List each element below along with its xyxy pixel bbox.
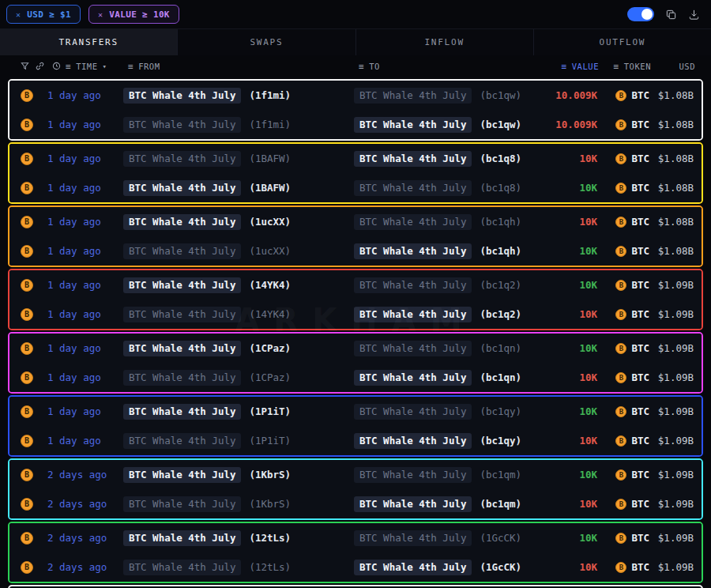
value-cell: 10K — [525, 498, 597, 510]
header-usd[interactable]: USD — [651, 62, 695, 71]
toggle-switch[interactable] — [627, 7, 654, 21]
copy-icon[interactable] — [665, 9, 677, 21]
transfer-row[interactable]: B 1 day ago BTC Whale 4th July (1CPaz) B… — [9, 334, 702, 363]
toggle-knob — [641, 9, 653, 20]
header-from[interactable]: ≡ FROM — [128, 62, 359, 72]
to-entity[interactable]: BTC Whale 4th July — [354, 341, 472, 356]
link-icon[interactable] — [36, 62, 44, 72]
header-value-label: VALUE — [572, 62, 599, 71]
to-entity[interactable]: BTC Whale 4th July — [354, 277, 472, 293]
token-cell: B BTC — [597, 89, 649, 101]
to-entity[interactable]: BTC Whale 4th July — [354, 117, 472, 133]
to-entity[interactable]: BTC Whale 4th July — [354, 370, 472, 386]
from-entity[interactable]: BTC Whale 4th July — [123, 243, 241, 259]
usd-cell: $1.08B — [649, 245, 694, 257]
token-label: BTC — [631, 532, 649, 544]
transfer-row[interactable]: B 2 days ago BTC Whale 4th July (1KbrS) … — [9, 489, 702, 518]
to-entity[interactable]: BTC Whale 4th July — [354, 243, 472, 259]
transfer-row[interactable]: B 1 day ago BTC Whale 4th July (1P1iT) B… — [9, 397, 702, 426]
tab-inflow[interactable]: INFLOW — [356, 29, 534, 55]
token-cell: B BTC — [597, 182, 649, 194]
from-entity[interactable]: BTC Whale 4th July — [123, 560, 241, 575]
to-id: (bc1qn) — [480, 371, 521, 383]
filter-funnel-icon[interactable] — [21, 62, 29, 72]
table-header: ≡ TIME ▾ ≡ FROM ≡ TO ≡ VALUE ≡ TOKEN USD — [0, 55, 711, 77]
topbar-controls — [627, 7, 700, 21]
row-asset-cell: B — [21, 371, 47, 384]
transfer-row[interactable]: B 1 day ago BTC Whale 4th July (1ucXX) B… — [9, 207, 702, 236]
header-token[interactable]: ≡ TOKEN — [599, 62, 651, 72]
value-cell: 10.009K — [525, 89, 597, 101]
from-entity[interactable]: BTC Whale 4th July — [123, 277, 241, 293]
to-entity[interactable]: BTC Whale 4th July — [354, 467, 472, 483]
remove-filter-icon[interactable]: ✕ — [98, 10, 103, 19]
tab-swaps[interactable]: SWAPS — [178, 29, 356, 55]
to-entity[interactable]: BTC Whale 4th July — [354, 496, 472, 512]
download-icon[interactable] — [688, 9, 700, 21]
to-id: (bc1qy) — [480, 435, 521, 447]
from-cell: BTC Whale 4th July (1CPaz) — [123, 370, 354, 386]
to-entity[interactable]: BTC Whale 4th July — [354, 214, 472, 230]
transfer-row[interactable]: B 1 day ago BTC Whale 4th July (1f1mi) B… — [9, 110, 702, 139]
from-entity[interactable]: BTC Whale 4th July — [123, 467, 241, 483]
transfer-row[interactable]: B 1 day ago BTC Whale 4th July (1f1mi) B… — [9, 81, 702, 110]
transfer-row[interactable]: B 2 days ago BTC Whale 4th July (12tLs) … — [9, 523, 702, 552]
to-entity[interactable]: BTC Whale 4th July — [354, 560, 472, 575]
transfer-row[interactable]: B 1 day ago BTC Whale 4th July (1P1iT) B… — [9, 426, 702, 455]
to-entity[interactable]: BTC Whale 4th July — [354, 151, 472, 167]
from-entity[interactable]: BTC Whale 4th July — [123, 496, 241, 512]
from-entity[interactable]: BTC Whale 4th July — [123, 88, 241, 104]
remove-filter-icon[interactable]: ✕ — [16, 10, 21, 19]
transfer-pair: B 1 day ago BTC Whale 4th July (1CPaz) B… — [8, 332, 703, 394]
header-time[interactable]: ≡ TIME ▾ — [52, 62, 128, 72]
to-entity[interactable]: BTC Whale 4th July — [354, 433, 472, 449]
to-id: (bc1qn) — [480, 342, 521, 354]
row-asset-cell: B — [21, 118, 47, 131]
from-entity[interactable]: BTC Whale 4th July — [123, 151, 241, 167]
btc-token-coin-icon: B — [615, 406, 626, 417]
transfer-row[interactable]: B 1 day ago BTC Whale 4th July (1BAFW) B… — [9, 144, 702, 173]
from-entity[interactable]: BTC Whale 4th July — [123, 530, 241, 546]
from-entity[interactable]: BTC Whale 4th July — [123, 214, 241, 230]
from-entity[interactable]: BTC Whale 4th July — [123, 404, 241, 420]
transfer-row[interactable]: B 1 day ago BTC Whale 4th July (1ucXX) B… — [9, 236, 702, 266]
value-cell: 10K — [525, 216, 597, 228]
from-entity[interactable]: BTC Whale 4th July — [123, 180, 241, 196]
filter-chip-usd[interactable]: ✕ USD ≥ $1 — [6, 5, 81, 24]
transfer-row[interactable]: B 1 day ago BTC Whale 4th July (1BAFW) B… — [9, 173, 702, 202]
from-entity[interactable]: BTC Whale 4th July — [123, 433, 241, 449]
header-to[interactable]: ≡ TO — [359, 62, 526, 72]
from-id: (1f1mi) — [249, 89, 291, 101]
to-id: (1GcCK) — [480, 561, 521, 573]
bitcoin-coin-icon: B — [21, 182, 33, 194]
transfer-row[interactable]: B 1 day ago BTC Whale 4th July (14YK4) B… — [9, 300, 702, 329]
from-entity[interactable]: BTC Whale 4th July — [123, 307, 241, 322]
to-cell: BTC Whale 4th July (bc1q2) — [354, 277, 525, 293]
header-value[interactable]: ≡ VALUE — [526, 62, 599, 72]
row-asset-cell: B — [21, 244, 47, 258]
tab-transfers[interactable]: TRANSFERS — [0, 29, 178, 55]
transfer-row[interactable]: B 2 days ago BTC Whale 4th July (12tLs) … — [9, 552, 702, 582]
to-cell: BTC Whale 4th July (bc1qn) — [354, 341, 525, 356]
token-label: BTC — [631, 498, 649, 510]
to-entity[interactable]: BTC Whale 4th July — [354, 530, 472, 546]
from-entity[interactable]: BTC Whale 4th July — [123, 117, 241, 133]
tab-outflow[interactable]: OUTFLOW — [534, 29, 711, 55]
to-entity[interactable]: BTC Whale 4th July — [354, 180, 472, 196]
transfer-row[interactable]: B 1 day ago BTC Whale 4th July (1CPaz) B… — [9, 363, 702, 392]
from-entity[interactable]: BTC Whale 4th July — [123, 370, 241, 386]
from-entity[interactable]: BTC Whale 4th July — [123, 341, 241, 356]
to-entity[interactable]: BTC Whale 4th July — [354, 404, 472, 420]
from-cell: BTC Whale 4th July (1BAFW) — [123, 180, 354, 196]
from-id: (1f1mi) — [249, 119, 291, 130]
value-cell: 10K — [525, 342, 597, 354]
row-asset-cell: B — [21, 152, 47, 165]
transfer-row[interactable]: B 2 days ago BTC Whale 4th July (1KbrS) … — [9, 460, 702, 489]
to-entity[interactable]: BTC Whale 4th July — [354, 88, 472, 104]
to-entity[interactable]: BTC Whale 4th July — [354, 307, 472, 322]
transfer-pair: B 1 day ago BTC Whale 4th July (14YK4) B… — [8, 269, 703, 330]
filter-chip-value[interactable]: ✕ VALUE ≥ 10K — [88, 5, 179, 24]
bitcoin-coin-icon: B — [21, 153, 33, 165]
token-cell: B BTC — [597, 561, 649, 573]
transfer-row[interactable]: B 1 day ago BTC Whale 4th July (14YK4) B… — [9, 270, 702, 300]
